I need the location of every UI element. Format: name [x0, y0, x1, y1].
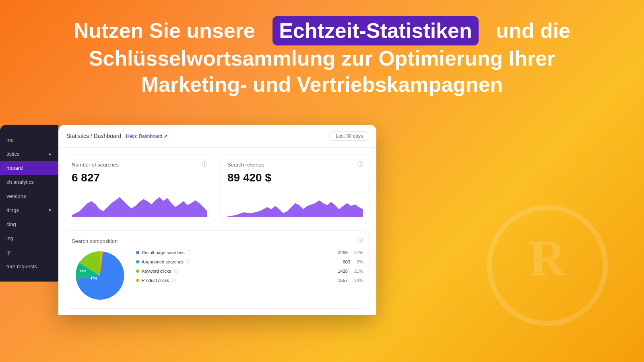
hero-pre-text: Nutzen Sie unsere — [74, 19, 255, 42]
svg-text:47%: 47% — [90, 276, 97, 280]
sidebar-item-settings[interactable]: ttings ▼ — [0, 203, 58, 217]
pie-chart: 47% 23% — [72, 249, 128, 302]
searches-card: Number of searches ⓘ 6 827 — [65, 154, 214, 224]
searches-info-icon[interactable]: ⓘ — [202, 161, 207, 168]
legend-dot-teal — [136, 260, 139, 263]
searches-value: 6 827 — [72, 171, 207, 184]
revenue-value: 89 420 $ — [227, 171, 363, 184]
breadcrumb: Statistics / Dashboard Help: Dashboard ↗ — [66, 133, 167, 139]
legend-info-product[interactable]: ⓘ — [171, 277, 176, 283]
bg-watermark: R — [483, 201, 612, 330]
chevron-down-icon: ▼ — [48, 208, 52, 212]
stats-cards-row: Number of searches ⓘ 6 827 Search revenu… — [58, 148, 376, 230]
dashboard-panel: Statistics / Dashboard Help: Dashboard ↗… — [58, 125, 376, 315]
sidebar-item-search-analytics[interactable]: ch analytics — [0, 175, 58, 189]
hero-section: Nutzen Sie unsere Echtzeit-Statistiken u… — [72, 16, 572, 98]
sidebar-item-billing[interactable]: ing — [0, 231, 58, 245]
svg-text:23%: 23% — [80, 269, 86, 273]
revenue-card: Search revenue ⓘ 89 420 $ — [221, 154, 370, 224]
legend-pct-abandoned: 9% — [357, 259, 363, 264]
sidebar-item-dashboard[interactable]: hboard — [0, 161, 58, 175]
sidebar-item-feature-requests[interactable]: ture requests — [0, 259, 58, 274]
legend-dot-yellow — [136, 279, 139, 282]
legend-dot-blue — [136, 251, 139, 254]
revenue-info-icon[interactable]: ⓘ — [357, 161, 363, 168]
legend-label-keyword: Keyword clicks — [142, 269, 171, 274]
legend-value-product: 1557 — [338, 278, 347, 283]
composition-title: Search composition — [72, 238, 118, 244]
composition-info-icon[interactable]: ⓘ — [357, 237, 363, 245]
sidebar-item-help[interactable]: lp — [0, 245, 58, 259]
revenue-chart — [227, 189, 363, 217]
sidebar: me tistics ▲ hboard ch analytics version… — [0, 125, 58, 282]
hero-post-text: und die — [496, 19, 570, 42]
legend-pct-result: 47% — [354, 250, 363, 255]
legend-pct-product: 23% — [354, 278, 363, 283]
hero-line3: Marketing- und Vertriebskampagnen — [72, 72, 572, 98]
external-link-icon: ↗ — [163, 134, 167, 139]
legend-dot-green — [136, 269, 139, 273]
legend-label-result: Result page searches — [142, 250, 184, 255]
help-link[interactable]: Help: Dashboard ↗ — [126, 134, 167, 139]
searches-chart — [72, 189, 207, 217]
legend-label-abandoned: Abandoned searches — [142, 259, 184, 264]
composition-body: 47% 23% Result page searches ⓘ 3206 47% — [72, 249, 363, 302]
sidebar-item-pricing[interactable]: cing — [0, 217, 58, 231]
composition-section: Search composition ⓘ — [65, 230, 370, 309]
legend-value-keyword: 1428 — [338, 269, 347, 274]
sidebar-item-statistics[interactable]: tistics ▲ — [0, 147, 58, 161]
dashboard-header: Statistics / Dashboard Help: Dashboard ↗… — [58, 125, 376, 148]
legend-item-product: Product clicks ⓘ 1557 23% — [136, 277, 363, 283]
svg-text:R: R — [529, 229, 567, 286]
composition-legend: Result page searches ⓘ 3206 47% Abandone… — [136, 249, 363, 286]
composition-header: Search composition ⓘ — [72, 237, 363, 245]
sidebar-item-me[interactable]: me — [0, 133, 58, 147]
revenue-card-title: Search revenue — [227, 162, 264, 168]
searches-card-title: Number of searches — [72, 162, 119, 168]
legend-value-result: 3206 — [338, 250, 347, 255]
legend-item-keyword: Keyword clicks ⓘ 1428 21% — [136, 268, 363, 274]
legend-info-abandoned[interactable]: ⓘ — [186, 259, 190, 265]
searches-card-header: Number of searches ⓘ — [72, 161, 207, 168]
legend-label-product: Product clicks — [142, 278, 169, 283]
legend-pct-keyword: 21% — [354, 269, 363, 274]
chevron-up-icon: ▲ — [48, 152, 52, 156]
legend-info-keyword[interactable]: ⓘ — [173, 268, 178, 274]
legend-info-result[interactable]: ⓘ — [187, 249, 191, 255]
sidebar-item-conversions[interactable]: versions — [0, 189, 58, 203]
hero-highlight: Echtzeit-Statistiken — [272, 16, 479, 45]
legend-item-result: Result page searches ⓘ 3206 47% — [136, 249, 363, 255]
legend-item-abandoned: Abandoned searches ⓘ 603 9% — [136, 259, 363, 265]
legend-value-abandoned: 603 — [343, 259, 350, 264]
date-range-selector[interactable]: Last 30 days — [330, 131, 368, 141]
hero-line1: Nutzen Sie unsere Echtzeit-Statistiken u… — [72, 16, 572, 45]
hero-line2: Schlüsselwortsammlung zur Optimierung Ih… — [72, 45, 572, 72]
revenue-card-header: Search revenue ⓘ — [227, 161, 363, 168]
